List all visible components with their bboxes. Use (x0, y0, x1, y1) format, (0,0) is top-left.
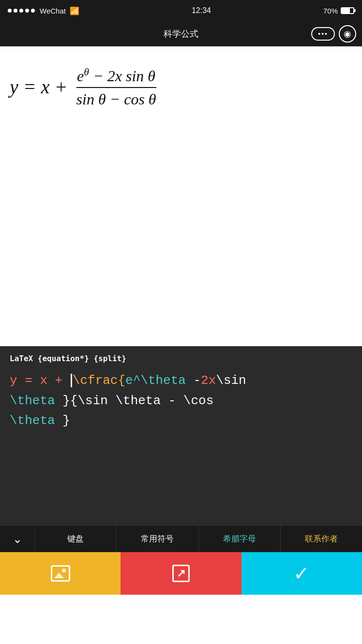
confirm-button[interactable]: ✓ (241, 552, 362, 595)
code-segment-8: }{ (55, 394, 78, 408)
status-bar: WeChat 📶 12:34 70% (0, 0, 362, 21)
share-icon (172, 565, 190, 582)
share-button[interactable] (121, 552, 241, 595)
nav-actions: ••• ◉ (311, 25, 356, 43)
formula-render: y = x + eθ − 2x sin θ sin θ − cos θ (10, 66, 156, 108)
status-right: 70% (323, 7, 354, 15)
code-segment-5: 2x (201, 373, 216, 388)
bottom-bar: ✓ (0, 552, 362, 595)
image-icon (51, 565, 70, 582)
carrier-label: WeChat (40, 7, 66, 15)
keyboard-button[interactable]: 键盘 (35, 526, 117, 552)
chevron-down-icon: ⌄ (13, 532, 22, 546)
battery-percent: 70% (323, 7, 338, 15)
page-title: 科学公式 (164, 28, 198, 40)
status-left: WeChat 📶 (8, 6, 79, 15)
code-segment-1: y = x + (10, 373, 70, 388)
code-segment-7: \theta (10, 394, 55, 408)
toolbar: ⌄ 键盘 常用符号 希腊字母 联系作者 (0, 525, 362, 552)
formula-numerator: eθ − 2x sin θ (77, 66, 155, 87)
formula-fraction: eθ − 2x sin θ sin θ − cos θ (76, 66, 156, 108)
image-button[interactable] (0, 552, 121, 595)
formula-lhs: y = x + (10, 75, 73, 99)
camera-icon: ◉ (344, 29, 351, 39)
camera-button[interactable]: ◉ (339, 25, 356, 43)
more-button[interactable]: ••• (311, 27, 335, 41)
editor-area[interactable]: LaTeX {equation*} {split} y = x + \cfrac… (0, 346, 362, 525)
check-icon: ✓ (293, 562, 310, 585)
more-icon: ••• (318, 30, 328, 38)
code-segment-9: \sin \theta - \cos (77, 394, 213, 408)
battery-icon (341, 7, 354, 14)
code-segment-4: - (186, 373, 201, 388)
signal-dots (8, 9, 35, 13)
contact-button[interactable]: 联系作者 (281, 526, 362, 552)
time-label: 12:34 (192, 6, 211, 15)
code-segment-2: \cfrac{ (73, 373, 125, 388)
nav-bar: 科学公式 ••• ◉ (0, 21, 362, 46)
formula-display-area: y = x + eθ − 2x sin θ sin θ − cos θ (0, 46, 362, 346)
code-segment-6: \sin (216, 373, 246, 388)
greek-button[interactable]: 希腊字母 (199, 526, 281, 552)
code-segment-3: e^\theta (125, 373, 186, 388)
keyboard-down-button[interactable]: ⌄ (0, 526, 35, 552)
symbols-button[interactable]: 常用符号 (117, 526, 198, 552)
code-segment-11: } (55, 413, 70, 428)
editor-code[interactable]: y = x + \cfrac{e^\theta -2x\sin \theta }… (10, 371, 352, 431)
wifi-icon: 📶 (70, 6, 79, 15)
formula-denominator: sin θ − cos θ (76, 88, 156, 108)
editor-label: LaTeX {equation*} {split} (10, 354, 352, 363)
code-segment-10: \theta (10, 413, 55, 428)
text-cursor (71, 374, 72, 387)
